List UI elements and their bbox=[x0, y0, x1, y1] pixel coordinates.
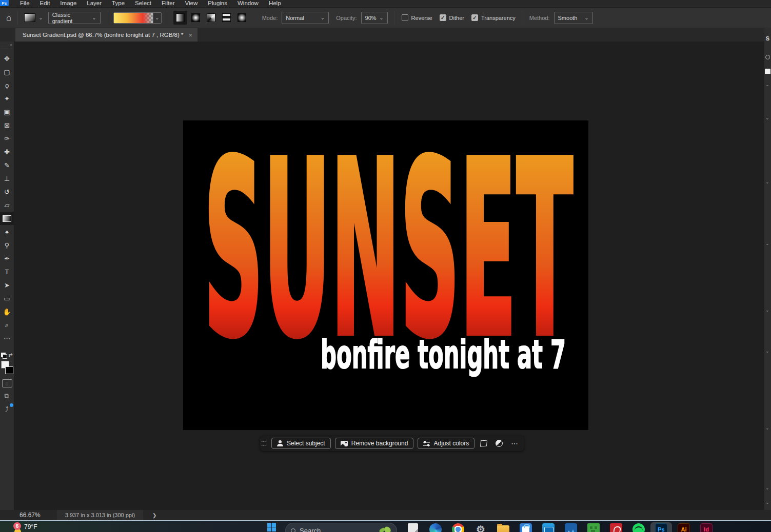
panel-grip[interactable]: ∙∙∙∙∙∙∙∙ bbox=[2, 47, 12, 50]
more-options-button[interactable]: ⋯ bbox=[509, 438, 520, 449]
transform-button[interactable] bbox=[479, 438, 489, 449]
eyedropper-tool[interactable]: ✑ bbox=[0, 132, 14, 145]
acrobat-button[interactable] bbox=[605, 521, 627, 532]
type-tool[interactable]: T bbox=[0, 265, 14, 278]
menu-window[interactable]: Window bbox=[232, 0, 264, 7]
chevron-down-icon[interactable]: ⌄ bbox=[765, 115, 769, 120]
share-button[interactable]: ⤴ bbox=[2, 405, 12, 413]
store-button[interactable] bbox=[515, 521, 537, 532]
adjust-colors-button[interactable]: Adjust colors bbox=[418, 438, 475, 449]
chevron-down-icon[interactable]: ⌄ bbox=[153, 13, 161, 23]
frame-tool[interactable]: ⊠ bbox=[0, 118, 14, 132]
document-tab[interactable]: Sunset Gradient.psd @ 66.7% (bonfire ton… bbox=[15, 28, 197, 42]
move-tool[interactable]: ✥ bbox=[0, 52, 14, 65]
chevron-down-icon[interactable]: ⌄ bbox=[765, 308, 769, 313]
chevron-down-icon[interactable]: ⌄ bbox=[765, 485, 769, 490]
gradient-type-select[interactable]: Classic gradient ⌄ bbox=[48, 12, 101, 24]
mode-select[interactable]: Normal ⌄ bbox=[282, 12, 329, 24]
edge-button[interactable] bbox=[424, 521, 447, 532]
reflected-gradient-button[interactable] bbox=[220, 11, 233, 25]
menu-filter[interactable]: Filter bbox=[156, 0, 180, 7]
path-selection-tool[interactable]: ➤ bbox=[0, 278, 14, 292]
spotify-button[interactable] bbox=[627, 521, 650, 532]
history-brush-tool[interactable]: ↺ bbox=[0, 185, 14, 198]
method-select[interactable]: Smooth ⌄ bbox=[554, 12, 593, 24]
chevron-down-icon[interactable]: ⌄ bbox=[765, 500, 769, 505]
dodge-tool[interactable]: ⚲ bbox=[0, 238, 14, 252]
edit-toolbar-button[interactable]: ⋯ bbox=[0, 332, 14, 345]
object-selection-tool[interactable]: ✦ bbox=[0, 92, 14, 105]
rectangular-marquee-tool[interactable]: ▢ bbox=[0, 65, 14, 78]
chevron-down-icon[interactable]: ⌄ bbox=[765, 425, 769, 431]
gradient-preview[interactable] bbox=[114, 13, 153, 23]
gradient-tool[interactable] bbox=[0, 212, 14, 225]
home-icon[interactable]: ⌂ bbox=[6, 13, 11, 23]
select-subject-button[interactable]: Select subject bbox=[271, 438, 331, 449]
clone-stamp-tool[interactable]: ⊥ bbox=[0, 172, 14, 185]
swap-colors-icon[interactable]: ⇄ bbox=[8, 352, 12, 358]
chevron-right-icon[interactable]: ❯ bbox=[152, 513, 156, 518]
adjustments-button[interactable] bbox=[493, 438, 505, 449]
lasso-tool[interactable]: ϙ bbox=[0, 78, 14, 92]
subline-text[interactable]: bonfire tonight at 7 bbox=[321, 332, 566, 377]
indesign-button[interactable]: Id bbox=[695, 521, 718, 532]
menu-file[interactable]: File bbox=[15, 0, 35, 7]
outlook-button[interactable] bbox=[537, 521, 560, 532]
gradient-editor[interactable]: ⌄ bbox=[113, 12, 162, 24]
menu-help[interactable]: Help bbox=[264, 0, 286, 7]
opacity-select[interactable]: 90% ⌄ bbox=[361, 12, 388, 24]
color-swatches[interactable] bbox=[1, 361, 13, 374]
menu-plugins[interactable]: Plugins bbox=[203, 0, 232, 7]
background-color-swatch[interactable] bbox=[5, 366, 13, 374]
radial-gradient-button[interactable] bbox=[189, 11, 203, 25]
menu-select[interactable]: Select bbox=[130, 0, 156, 7]
diamond-gradient-button[interactable] bbox=[235, 11, 249, 25]
file-explorer-button[interactable] bbox=[492, 521, 515, 532]
chevron-down-icon[interactable]: ⌄ bbox=[765, 241, 769, 246]
reverse-checkbox[interactable]: Reverse bbox=[402, 14, 432, 21]
illustrator-button[interactable]: Ai bbox=[673, 521, 695, 532]
dither-checkbox[interactable]: ✓ Dither bbox=[440, 14, 464, 21]
photos-button[interactable] bbox=[560, 521, 582, 532]
minecraft-button[interactable] bbox=[582, 521, 605, 532]
start-button[interactable] bbox=[267, 523, 276, 531]
remove-background-button[interactable]: Remove background bbox=[335, 438, 414, 449]
zoom-level-field[interactable]: 66.67% bbox=[19, 511, 41, 519]
chevron-down-icon[interactable]: ⌄ bbox=[765, 349, 769, 354]
chevron-down-icon[interactable]: ⌄ bbox=[765, 82, 769, 87]
tool-preset-thumbnail[interactable] bbox=[24, 13, 35, 22]
settings-button[interactable]: ⚙ bbox=[469, 521, 492, 532]
menu-layer[interactable]: Layer bbox=[82, 0, 107, 7]
crop-tool[interactable]: ▣ bbox=[0, 105, 14, 118]
panel-search-icon[interactable] bbox=[765, 55, 770, 59]
rectangle-tool[interactable]: ▭ bbox=[0, 292, 14, 305]
eraser-tool[interactable]: ▱ bbox=[0, 198, 14, 212]
menu-edit[interactable]: Edit bbox=[35, 0, 55, 7]
screen-mode-button[interactable]: ⧉ bbox=[2, 392, 12, 400]
blur-tool[interactable]: ♠ bbox=[0, 225, 14, 238]
menu-type[interactable]: Type bbox=[107, 0, 130, 7]
menu-image[interactable]: Image bbox=[55, 0, 82, 7]
quick-mask-button[interactable]: ◌ bbox=[2, 379, 12, 387]
brush-tool[interactable]: ✎ bbox=[0, 158, 14, 172]
taskbar-search[interactable]: Search bbox=[285, 523, 397, 532]
pen-tool[interactable]: ✒ bbox=[0, 252, 14, 265]
chrome-button[interactable] bbox=[447, 521, 469, 532]
document-app-button[interactable] bbox=[402, 521, 424, 532]
chevron-down-icon[interactable]: ⌄ bbox=[765, 179, 769, 185]
angle-gradient-button[interactable] bbox=[204, 11, 218, 25]
zoom-tool[interactable]: ⌕ bbox=[0, 318, 14, 332]
default-colors-icon[interactable] bbox=[1, 353, 6, 357]
close-icon[interactable]: × bbox=[188, 31, 192, 39]
panel-color-swatch[interactable] bbox=[765, 69, 770, 74]
transparency-checkbox[interactable]: ✓ Transparency bbox=[471, 14, 516, 21]
canvas[interactable]: SUNSET bonfire tonight at 7 bbox=[184, 121, 588, 429]
taskbar-grip-handle[interactable]: ⋮⋮ bbox=[260, 436, 267, 451]
menu-view[interactable]: View bbox=[180, 0, 203, 7]
hand-tool[interactable]: ✋ bbox=[0, 305, 14, 318]
linear-gradient-button[interactable] bbox=[173, 11, 187, 25]
photoshop-taskbar-button[interactable]: Ps bbox=[650, 522, 672, 532]
spot-healing-brush-tool[interactable]: ✚ bbox=[0, 145, 14, 158]
weather-widget[interactable]: 6 79°F bbox=[13, 522, 37, 530]
chevron-down-icon[interactable]: ⌄ bbox=[38, 15, 43, 21]
